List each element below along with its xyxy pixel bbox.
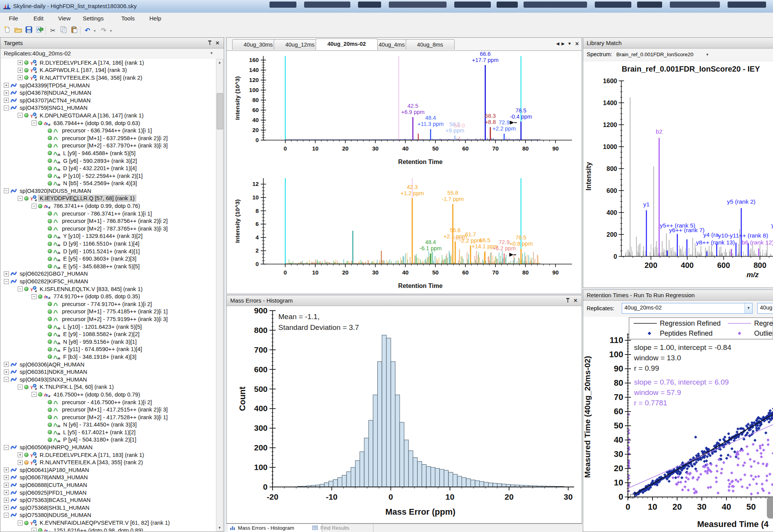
collapse-icon[interactable]: − <box>4 377 9 382</box>
targets-replicates-row[interactable]: Replicates: 40ug_20ms-02 ▼ <box>1 49 223 59</box>
expand-icon[interactable]: + <box>4 98 9 103</box>
target-tree-item[interactable]: N [y8] - 959.5156+ (rank 3)[1] <box>1 338 216 346</box>
paste-button[interactable] <box>69 26 79 36</box>
chevron-down-icon[interactable]: ▼ <box>210 51 213 55</box>
spectrum-value[interactable]: Brain_ref_0.001FDR_IonScore20 <box>616 52 693 57</box>
chevron-down-icon[interactable]: ▼ <box>745 303 752 313</box>
close-icon[interactable]: × <box>574 40 580 48</box>
collapse-icon[interactable]: − <box>32 204 37 209</box>
expand-icon[interactable]: + <box>18 452 23 457</box>
target-tree-item[interactable]: L [y5] - 617.4021+ (rank 1)[2] <box>1 428 216 436</box>
rt-regression-chart[interactable]: 01020304050600102030405060708090100110Me… <box>583 317 773 532</box>
pin-icon[interactable] <box>566 298 570 303</box>
target-tree-item[interactable]: +sp|O60678|ANM3_HUMAN <box>1 474 216 482</box>
target-tree-item[interactable]: D [y9] - 1166.5510+ (rank 1)[4] <box>1 240 216 248</box>
target-tree-item[interactable]: −636.7944++ (idotp 0.98, dotp 0.63) <box>1 119 216 127</box>
target-tree-item[interactable]: D [y4] - 432.2201+ (rank 1)[4] <box>1 164 216 172</box>
close-icon[interactable]: × <box>572 297 579 304</box>
target-tree-item[interactable]: N [y6] - 731.4450+ (rank 3)[3] <box>1 421 216 429</box>
target-tree-item[interactable]: E [y5] - 345.6838++ (rank 5)[5] <box>1 263 216 270</box>
expand-icon[interactable]: + <box>18 460 23 465</box>
target-tree-item[interactable]: precursor [M+1] - 417.2515++ (irank 2)[i… <box>1 406 216 413</box>
target-tree-item[interactable]: P [y10] - 522.2594++ (rank 2)[1] <box>1 172 216 180</box>
target-tree-item[interactable]: −YPK.DNPLNEGTDAAR.A [136, 147] (rank 1) <box>1 112 216 119</box>
target-tree-item[interactable]: −YPK.IEYDDFVECLLR.Q [57, 68] (rank 1) <box>1 195 216 202</box>
expand-icon[interactable]: + <box>18 60 23 65</box>
target-tree-item[interactable]: F [b3] - 348.1918+ (rank 4)[3] <box>1 353 216 361</box>
target-tree-item[interactable]: +sp|O60306|AQR_HUMAN <box>1 361 216 368</box>
target-tree-item[interactable]: +sp|O43399|TPD54_HUMAN <box>1 82 216 89</box>
target-tree-item[interactable]: +sp|O60262|GBG7_HUMAN <box>1 270 216 278</box>
expand-icon[interactable]: + <box>4 467 9 472</box>
target-tree-item[interactable]: +sp|O43707|ACTN4_HUMAN <box>1 97 216 104</box>
expand-icon[interactable]: + <box>4 505 9 510</box>
menu-view[interactable]: View <box>53 13 75 24</box>
expand-icon[interactable]: + <box>4 90 9 95</box>
spectrum-selector-row[interactable]: Spectrum: Brain_ref_0.001FDR_IonScore20 … <box>583 49 773 61</box>
cut-button[interactable]: ✂ <box>48 26 58 36</box>
tab-scroll-left-icon[interactable]: ◀ <box>556 41 559 46</box>
scroll-up-icon[interactable]: ▲ <box>216 60 223 64</box>
target-tree-item[interactable]: −416.7500++ (idotp 0.56, dotp 0.79) <box>1 391 216 398</box>
target-tree-item[interactable]: +sp|O75363|BCAS1_HUMAN <box>1 496 216 504</box>
target-tree-item[interactable]: precursor [M+1] - 637.2958++ (irank 2)[i… <box>1 134 216 142</box>
target-tree-item[interactable]: +sp|O60641|AP180_HUMAN <box>1 466 216 474</box>
bottom-tab-1[interactable]: Find Results <box>310 524 373 532</box>
target-tree-item[interactable]: precursor [M+2] - 417.7528++ (irank 3)[i… <box>1 413 216 421</box>
expand-icon[interactable]: + <box>4 483 9 488</box>
target-tree-item[interactable]: +YPR.DLFEDELVPLFEK.A [171, 183] (rank 1) <box>1 451 216 459</box>
bottom-tab-strip[interactable]: Mass Errors - HistogramFind Results <box>226 524 582 532</box>
redo-dropdown[interactable]: ▾ <box>109 26 113 36</box>
target-tree-item[interactable]: precursor - 786.3741++ (irank 1)[i 1] <box>1 210 216 217</box>
target-tree-item[interactable]: precursor [M+1] - 775.4185++ (irank 2)[i… <box>1 308 216 316</box>
target-tree-item[interactable]: G [y6] - 590.2893+ (rank 3)[2] <box>1 157 216 165</box>
mass-error-histogram-chart[interactable]: -20-100102030010020030040050060070080090… <box>227 306 582 525</box>
menu-edit[interactable]: Edit <box>28 13 49 24</box>
target-tree-item[interactable]: precursor [M+2] - 637.7970++ (irank 3)[i… <box>1 142 216 150</box>
pin-icon[interactable] <box>207 40 212 46</box>
target-tree-item[interactable]: −1251.6216++ (idotp 0.98, dotp 0.89) <box>1 527 216 531</box>
target-tree-item[interactable]: +YPK.AGPIWDLR.L [187, 194] (rank 3) <box>1 67 216 74</box>
expand-icon[interactable]: + <box>18 75 23 80</box>
undo-dropdown[interactable]: ▾ <box>92 26 97 36</box>
redo-button[interactable]: ↷ <box>99 26 109 36</box>
collapse-icon[interactable]: − <box>4 513 9 518</box>
target-tree-item[interactable]: −sp|O43920|NDUS5_HUMAN <box>1 187 216 195</box>
menu-bar[interactable]: FileEditViewSettingsToolsHelp <box>0 13 773 25</box>
collapse-icon[interactable]: − <box>32 120 37 125</box>
menu-tools[interactable]: Tools <box>116 13 140 24</box>
edge-scrollbar-thumb[interactable] <box>767 497 773 519</box>
target-tree-item[interactable]: L [y9] - 946.4588+ (rank 5)[5] <box>1 149 216 157</box>
expand-icon[interactable]: + <box>4 370 9 375</box>
collapse-icon[interactable]: − <box>4 279 9 284</box>
undo-button[interactable]: ↶ <box>82 26 92 36</box>
expand-icon[interactable]: + <box>4 498 9 503</box>
expand-icon[interactable]: + <box>4 271 9 276</box>
collapse-icon[interactable]: − <box>32 392 37 397</box>
target-tree-item[interactable]: L [y10] - 1201.6423+ (rank 5)[5] <box>1 323 216 331</box>
target-tree-item[interactable]: E [y9] - 1088.5582+ (rank 2)[2] <box>1 330 216 338</box>
chevron-down-icon[interactable]: ▼ <box>706 53 709 57</box>
close-icon[interactable]: × <box>214 39 221 47</box>
target-tree-item[interactable]: Y [y10] - 1329.6144+ (rank 3)[2] <box>1 233 216 240</box>
target-tree-item[interactable]: +sp|O60361|NDK8_HUMAN <box>1 368 216 376</box>
target-tree-item[interactable]: F [y11] - 674.8590++ (rank 1)[4] <box>1 346 216 353</box>
open-file-button[interactable] <box>13 26 23 36</box>
expand-icon[interactable]: + <box>4 475 9 480</box>
target-tree-item[interactable]: −YPK.EVNENFAIDLIAEQPVSEVETR.V [61, 82] (… <box>1 519 216 527</box>
bottom-chromatogram-chart[interactable]: 42.3+1.2 ppm48.4-6.1 ppm55.8-1.7 ppm56.6… <box>227 174 582 296</box>
target-tree-item[interactable]: +YPR.DLYEDELVPLFEK.A [174, 186] (rank 1) <box>1 59 216 67</box>
expand-icon[interactable]: + <box>4 490 9 495</box>
target-tree-item[interactable]: E [y5] - 690.3603+ (rank 2)[3] <box>1 255 216 263</box>
target-tree-item[interactable]: precursor - 416.7500++ (irank 1)[i 2] <box>1 398 216 406</box>
library-spectrum-chart[interactable]: 2004006008000200400600800100012001400160… <box>583 61 773 289</box>
main-toolbar[interactable]: ✂ ↶ ▾ ↷ ▾ <box>0 24 773 38</box>
target-tree-item[interactable]: +sp|O60925|PFD1_HUMAN <box>1 489 216 497</box>
target-tree-item[interactable]: precursor - 636.7944++ (irank 1)[i 1] <box>1 127 216 134</box>
top-chromatogram-chart[interactable]: 42.5+6.9 ppm48.4+11.3 ppm56.5+9 ppm58.06… <box>227 50 582 175</box>
target-tree-item[interactable]: −YPK.TNLPIFK.L [54, 60] (rank 1) <box>1 383 216 391</box>
collapse-icon[interactable]: − <box>4 105 9 110</box>
expand-icon[interactable]: + <box>4 362 9 367</box>
target-tree-item[interactable]: −YPK.ISFLENNLEQLTK.V [833, 845] (rank 1) <box>1 285 216 293</box>
target-tree-item[interactable]: P [y4] - 504.3180+ (rank 2)[1] <box>1 436 216 444</box>
